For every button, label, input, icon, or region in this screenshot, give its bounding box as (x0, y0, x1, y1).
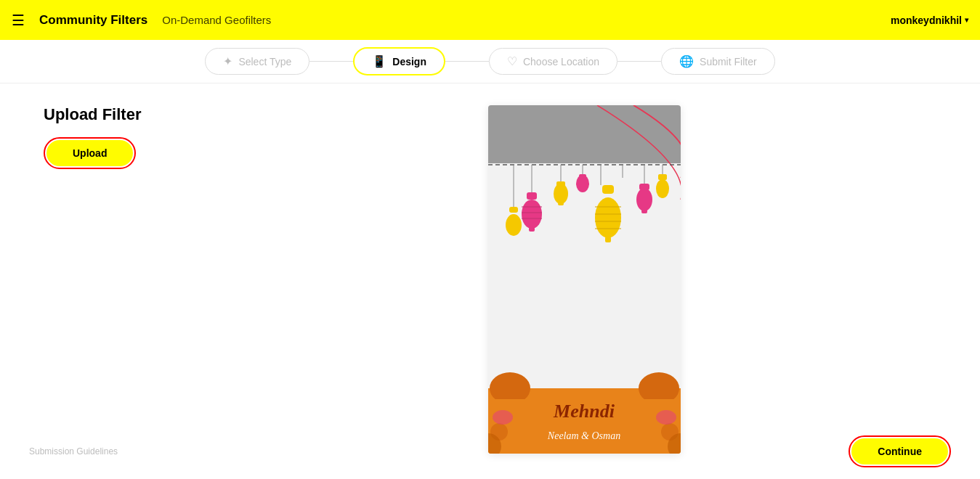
svg-rect-23 (602, 185, 614, 194)
step-connector-3 (617, 61, 661, 62)
preview-area: Mehndi Neelam & Osman (232, 105, 936, 457)
bottom-bar: Submission Guidelines Continue (0, 424, 980, 479)
svg-rect-33 (658, 174, 667, 180)
svg-rect-1 (488, 105, 681, 163)
upload-button[interactable]: Upload (46, 140, 133, 166)
steps-bar: ✦ Select Type 📱 Design ♡ Choose Location… (0, 40, 980, 83)
step-select-type[interactable]: ✦ Select Type (205, 48, 309, 75)
step-select-type-label: Select Type (238, 56, 291, 67)
upload-button-wrapper: Upload (44, 137, 136, 169)
app-title: Community Filters (39, 13, 147, 28)
submission-guidelines-link[interactable]: Submission Guidelines (29, 446, 118, 457)
svg-point-32 (656, 179, 669, 198)
svg-rect-18 (556, 181, 565, 187)
svg-rect-13 (529, 227, 535, 232)
svg-text:Mehndi: Mehndi (553, 401, 615, 422)
step-design[interactable]: 📱 Design (353, 47, 445, 75)
continue-button-wrapper: Continue (849, 435, 951, 467)
svg-rect-24 (605, 237, 611, 242)
choose-location-icon: ♡ (507, 54, 517, 68)
menu-icon[interactable]: ☰ (12, 12, 25, 29)
step-connector-1 (309, 61, 353, 62)
step-choose-location[interactable]: ♡ Choose Location (489, 48, 617, 75)
step-submit-filter[interactable]: 🌐 Submit Filter (661, 48, 775, 75)
submit-filter-icon: 🌐 (679, 54, 694, 68)
svg-rect-12 (527, 192, 537, 200)
app-header: ☰ Community Filters On-Demand Geofilters… (0, 0, 980, 40)
svg-point-11 (522, 200, 542, 229)
user-menu[interactable]: monkeydnikhil ▾ (891, 15, 968, 26)
svg-point-46 (493, 410, 513, 425)
nav-link-on-demand[interactable]: On-Demand Geofilters (162, 14, 271, 26)
svg-point-47 (656, 410, 676, 425)
svg-rect-30 (639, 184, 649, 190)
svg-rect-35 (509, 207, 518, 213)
step-design-label: Design (392, 56, 426, 67)
svg-rect-31 (641, 210, 647, 213)
select-type-icon: ✦ (223, 54, 232, 68)
step-choose-location-label: Choose Location (523, 56, 599, 67)
svg-point-29 (636, 188, 652, 211)
filter-preview-svg: Mehndi Neelam & Osman (488, 105, 681, 454)
phone-preview: Mehndi Neelam & Osman (488, 105, 681, 454)
design-icon: 📱 (372, 54, 386, 68)
svg-rect-21 (579, 174, 586, 179)
main-content: Upload Filter Upload (0, 83, 980, 479)
upload-filter-title: Upload Filter (44, 105, 203, 124)
chevron-down-icon: ▾ (965, 16, 968, 24)
svg-point-22 (595, 197, 621, 238)
svg-rect-19 (558, 202, 564, 205)
step-connector-2 (445, 61, 489, 62)
step-submit-filter-label: Submit Filter (700, 56, 757, 67)
left-panel: Upload Filter Upload (44, 105, 203, 457)
username-label: monkeydnikhil (891, 15, 962, 26)
continue-button[interactable]: Continue (851, 438, 948, 464)
svg-point-34 (506, 214, 522, 236)
